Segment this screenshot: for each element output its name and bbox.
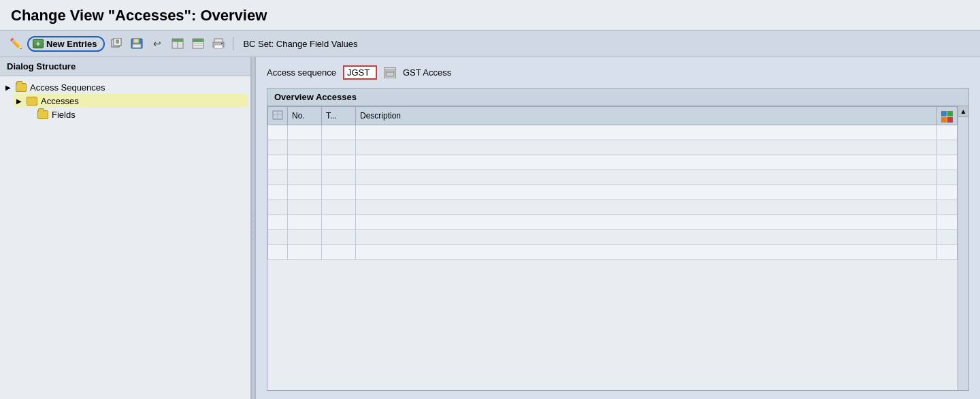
new-entries-label: New Entries	[46, 39, 97, 49]
table-button[interactable]	[169, 35, 186, 52]
accesses-label: Accesses	[41, 96, 79, 106]
access-sequence-description: GST Access	[403, 67, 451, 78]
svg-rect-11	[172, 39, 178, 42]
access-sequence-label: Access sequence	[267, 67, 336, 78]
col-header-no: No.	[288, 107, 322, 125]
access-sequence-row: Access sequence JGST GST Access	[267, 65, 969, 80]
access-sequence-value[interactable]: JGST	[343, 65, 377, 80]
table-row	[268, 245, 958, 260]
tree-arrow-fields	[27, 111, 37, 118]
tree-arrow-accesses: ▶	[16, 97, 26, 105]
table-scrollbar[interactable]: ▲	[958, 106, 968, 390]
folder-icon-accesses	[26, 95, 38, 106]
edit-icon[interactable]: ✏️	[7, 35, 24, 52]
content-area: Dialog Structure ▶ Access Sequences ▶	[0, 57, 980, 399]
fields-label: Fields	[52, 110, 76, 120]
scrollbar-up-button[interactable]: ▲	[958, 106, 969, 117]
toolbar: ✏️ + New Entries ↩	[0, 31, 980, 57]
table-row	[268, 125, 958, 140]
new-entries-button[interactable]: + New Entries	[27, 36, 105, 52]
new-entries-icon: +	[33, 39, 44, 48]
svg-rect-6	[133, 39, 139, 43]
tree-container: ▶ Access Sequences ▶ Accesses	[0, 76, 250, 125]
col-header-description: Description	[356, 107, 937, 125]
col-header-check	[268, 107, 288, 125]
scrollbar-track	[958, 117, 968, 390]
col-header-icon[interactable]	[937, 107, 958, 125]
copy-button[interactable]	[108, 35, 125, 52]
table-row	[268, 200, 958, 215]
sidebar-item-access-sequences[interactable]: ▶ Access Sequences	[3, 80, 248, 94]
sidebar-item-fields[interactable]: Fields	[24, 108, 248, 121]
title-bar: Change View "Accesses": Overview	[0, 0, 980, 31]
grid-icon[interactable]	[941, 111, 953, 123]
table-row	[268, 230, 958, 245]
table-row	[268, 140, 958, 155]
table-wrapper: No. T... Description	[267, 106, 968, 390]
overview-header: Overview Accesses	[267, 89, 968, 106]
table-row	[268, 170, 958, 185]
overview-section: Overview Accesses	[267, 88, 969, 391]
svg-rect-12	[178, 39, 183, 42]
col-header-t: T...	[322, 107, 356, 125]
table-main: No. T... Description	[267, 106, 958, 390]
folder-icon-access-sequences	[15, 82, 27, 93]
access-sequences-label: Access Sequences	[30, 82, 105, 93]
svg-rect-14	[193, 39, 203, 42]
svg-rect-7	[133, 44, 141, 48]
page-title: Change View "Accesses": Overview	[11, 7, 969, 25]
svg-rect-19	[214, 45, 223, 48]
save-button[interactable]	[128, 35, 146, 52]
tree-arrow-access-sequences: ▶	[5, 84, 15, 91]
left-panel: Dialog Structure ▶ Access Sequences ▶	[0, 57, 252, 399]
toolbar-separator	[233, 37, 233, 50]
sidebar-item-accesses[interactable]: ▶ Accesses	[14, 94, 248, 108]
table-row	[268, 155, 958, 170]
export-button[interactable]	[189, 35, 207, 52]
undo-button[interactable]: ↩	[148, 35, 166, 52]
overview-table: No. T... Description	[267, 106, 958, 260]
bc-set-text: BC Set: Change Field Values	[243, 39, 357, 49]
svg-rect-22	[386, 69, 394, 72]
access-sequence-lookup-icon[interactable]	[384, 67, 396, 78]
main-container: Change View "Accesses": Overview ✏️ + Ne…	[0, 0, 980, 399]
table-row	[268, 185, 958, 200]
right-panel: Access sequence JGST GST Access Overview…	[256, 57, 980, 399]
svg-rect-20	[221, 43, 223, 44]
dialog-structure-header: Dialog Structure	[0, 57, 250, 76]
folder-icon-fields	[37, 109, 49, 120]
print-button[interactable]	[210, 35, 227, 52]
table-row	[268, 215, 958, 230]
